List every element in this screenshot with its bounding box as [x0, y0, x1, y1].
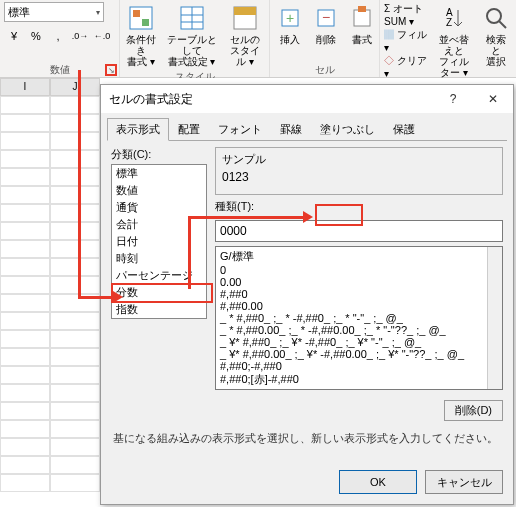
category-item[interactable]: 指数	[112, 301, 206, 318]
tab-罫線[interactable]: 罫線	[271, 118, 311, 141]
cell[interactable]	[0, 366, 50, 384]
cell[interactable]	[0, 132, 50, 150]
cell[interactable]	[50, 204, 100, 222]
number-format-dialog-launcher[interactable]: ↘	[105, 64, 117, 76]
category-item[interactable]: 通貨	[112, 199, 206, 216]
column-header[interactable]: I	[0, 78, 50, 96]
cell[interactable]	[50, 186, 100, 204]
accounting-format-icon[interactable]: ¥	[4, 26, 24, 46]
category-item[interactable]: 会計	[112, 216, 206, 233]
cell[interactable]	[0, 222, 50, 240]
delete-format-button[interactable]: 削除(D)	[444, 400, 503, 421]
cell[interactable]	[0, 168, 50, 186]
cell[interactable]	[0, 348, 50, 366]
cell[interactable]	[50, 276, 100, 294]
category-item[interactable]: 時刻	[112, 250, 206, 267]
number-format-combo[interactable]: 標準 ▾	[4, 2, 104, 22]
cell[interactable]	[0, 150, 50, 168]
cell[interactable]	[50, 222, 100, 240]
category-item[interactable]: 分数	[112, 284, 206, 301]
format-code-item[interactable]: 0	[218, 264, 500, 276]
cell[interactable]	[0, 258, 50, 276]
cell[interactable]	[0, 312, 50, 330]
cell[interactable]	[0, 330, 50, 348]
cell[interactable]	[0, 456, 50, 474]
category-item[interactable]: 標準	[112, 165, 206, 182]
format-code-item[interactable]: 0.00	[218, 276, 500, 288]
cell[interactable]	[50, 312, 100, 330]
cell[interactable]	[0, 384, 50, 402]
cell[interactable]	[50, 132, 100, 150]
increase-decimal-icon[interactable]: .0→	[70, 26, 90, 46]
cell[interactable]	[0, 438, 50, 456]
cell[interactable]	[0, 420, 50, 438]
cell[interactable]	[50, 402, 100, 420]
format-code-item[interactable]: #,##0;-#,##0	[218, 360, 500, 372]
format-code-item[interactable]: #,##0	[218, 288, 500, 300]
cell[interactable]	[50, 348, 100, 366]
category-item[interactable]: パーセンテージ	[112, 267, 206, 284]
cell[interactable]	[50, 456, 100, 474]
cell[interactable]	[0, 276, 50, 294]
format-code-item[interactable]: _ ¥* #,##0.00_ ;_ ¥* -#,##0.00_ ;_ ¥* "-…	[218, 348, 500, 360]
format-code-item[interactable]: #,##0;[赤]-#,##0	[218, 372, 500, 387]
cell[interactable]	[0, 240, 50, 258]
format-code-item[interactable]: _ * #,##0_ ;_ * -#,##0_ ;_ * "-"_ ;_ @_	[218, 312, 500, 324]
tab-保護[interactable]: 保護	[384, 118, 424, 141]
cell-styles-button[interactable]: セルの スタイル ▾	[224, 2, 265, 69]
scrollbar[interactable]	[487, 247, 502, 389]
cell[interactable]	[50, 330, 100, 348]
cell[interactable]	[50, 384, 100, 402]
category-item[interactable]: 数値	[112, 182, 206, 199]
cell[interactable]	[50, 474, 100, 492]
cell[interactable]	[50, 258, 100, 276]
category-item[interactable]: 文字列	[112, 318, 206, 319]
cell[interactable]	[50, 366, 100, 384]
column-header[interactable]: J	[50, 78, 100, 96]
cell[interactable]	[50, 420, 100, 438]
cell[interactable]	[0, 96, 50, 114]
cell[interactable]	[50, 168, 100, 186]
cell[interactable]	[0, 204, 50, 222]
category-list[interactable]: 標準数値通貨会計日付時刻パーセンテージ分数指数文字列ユーザー定義	[111, 164, 207, 319]
format-code-item[interactable]: _ ¥* #,##0_ ;_ ¥* -#,##0_ ;_ ¥* "-"_ ;_ …	[218, 336, 500, 348]
tab-塗りつぶし[interactable]: 塗りつぶし	[311, 118, 384, 141]
tab-配置[interactable]: 配置	[169, 118, 209, 141]
fill-button[interactable]: ▥ フィル ▾	[384, 28, 428, 53]
comma-format-icon[interactable]: ,	[48, 26, 68, 46]
cell[interactable]	[50, 240, 100, 258]
tab-フォント[interactable]: フォント	[209, 118, 271, 141]
percent-format-icon[interactable]: %	[26, 26, 46, 46]
insert-button[interactable]: + 挿入	[274, 2, 306, 47]
conditional-formatting-button[interactable]: 条件付き 書式 ▾	[124, 2, 159, 69]
format-code-item[interactable]: _ * #,##0.00_ ;_ * -#,##0.00_ ;_ * "-"??…	[218, 324, 500, 336]
format-as-table-button[interactable]: テーブルとして 書式設定 ▾	[163, 2, 221, 69]
clear-button[interactable]: ◇ クリア ▾	[384, 54, 428, 79]
format-button[interactable]: 書式	[346, 2, 378, 47]
close-button[interactable]: ✕	[473, 85, 513, 113]
cell[interactable]	[50, 150, 100, 168]
format-code-item[interactable]: G/標準	[218, 249, 500, 264]
cancel-button[interactable]: キャンセル	[425, 470, 503, 494]
format-code-list[interactable]: G/標準00.00#,##0#,##0.00_ * #,##0_ ;_ * -#…	[215, 246, 503, 390]
cell[interactable]	[50, 96, 100, 114]
ok-button[interactable]: OK	[339, 470, 417, 494]
tab-表示形式[interactable]: 表示形式	[107, 118, 169, 141]
cell[interactable]	[0, 294, 50, 312]
svg-point-17	[487, 9, 501, 23]
cell[interactable]	[50, 438, 100, 456]
type-input[interactable]	[215, 220, 503, 242]
cell[interactable]	[0, 402, 50, 420]
cell[interactable]	[0, 186, 50, 204]
delete-button[interactable]: − 削除	[310, 2, 342, 47]
format-code-item[interactable]: #,##0.00	[218, 300, 500, 312]
decrease-decimal-icon[interactable]: ←.0	[92, 26, 112, 46]
cell[interactable]	[0, 114, 50, 132]
sort-filter-button[interactable]: AZ 並べ替えと フィルター ▾	[434, 2, 474, 80]
cell[interactable]	[0, 474, 50, 492]
cell[interactable]	[50, 114, 100, 132]
category-item[interactable]: 日付	[112, 233, 206, 250]
find-select-button[interactable]: 検索と 選択	[480, 2, 512, 69]
autosum-button[interactable]: Σ オートSUM ▾	[384, 2, 428, 27]
help-button[interactable]: ?	[433, 85, 473, 113]
